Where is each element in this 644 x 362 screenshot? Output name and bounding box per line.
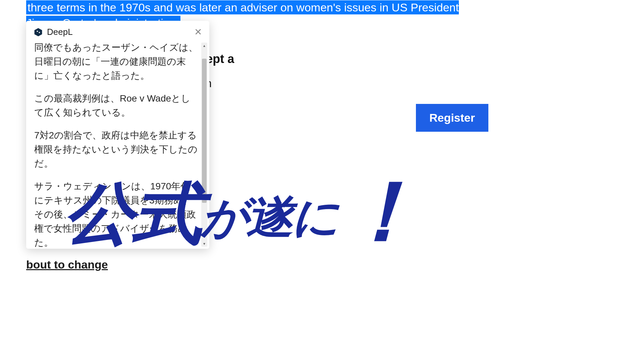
deepl-logo-icon bbox=[34, 27, 43, 37]
deepl-brand-name: DeepL bbox=[47, 27, 73, 37]
scrollbar-down-icon[interactable]: ▾ bbox=[201, 241, 207, 247]
scrollbar-up-icon[interactable]: ▴ bbox=[201, 43, 207, 49]
scrollbar[interactable]: ▴ ▾ bbox=[201, 43, 207, 247]
svg-point-2 bbox=[39, 32, 40, 33]
svg-point-1 bbox=[37, 31, 38, 32]
deepl-translation-paragraph: 同僚でもあったスーザン・ヘイズは、日曜日の朝に「一連の健康問題の末に」亡くなった… bbox=[34, 41, 198, 83]
deepl-translation-scroll[interactable]: 同僚でもあったスーザン・ヘイズは、日曜日の朝に「一連の健康問題の末に」亡くなった… bbox=[34, 41, 207, 249]
register-button[interactable]: Register bbox=[416, 104, 488, 132]
scrollbar-thumb[interactable] bbox=[202, 59, 207, 203]
article-link-about-change[interactable]: bout to change bbox=[26, 257, 488, 273]
deepl-translation-paragraph: サラ・ウェディントンは、1970年代にテキサス州の下院議員を3期務め、その後、ジ… bbox=[34, 179, 198, 249]
deepl-translation-paragraph: この最高裁判例は、Roe v Wadeとして広く知られている。 bbox=[34, 92, 198, 120]
deepl-translation-paragraph: 7対2の割合で、政府は中絶を禁止する権限を持たないという判決を下したのだ。 bbox=[34, 128, 198, 171]
deepl-popup: DeepL ✕ 同僚でもあったスーザン・ヘイズは、日曜日の朝に「一連の健康問題の… bbox=[26, 21, 209, 249]
close-icon[interactable]: ✕ bbox=[194, 27, 202, 37]
deepl-translation-body: 同僚でもあったスーザン・ヘイズは、日曜日の朝に「一連の健康問題の末に」亡くなった… bbox=[26, 41, 209, 249]
deepl-brand: DeepL bbox=[34, 27, 73, 37]
deepl-popup-header: DeepL ✕ bbox=[26, 21, 209, 41]
